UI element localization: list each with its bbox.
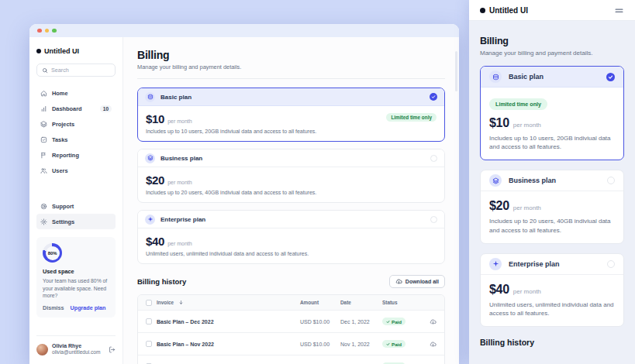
billing-history-title: Billing history (137, 277, 186, 286)
plan-description: Includes up to 20 users, 40GB indiviual … (489, 217, 615, 234)
plan-card-enterprise[interactable]: Enterprise plan $40 per month Unlimited … (137, 210, 445, 264)
profile-email: olivia@untitledui.com (52, 349, 100, 356)
plan-price: $10 (146, 112, 164, 125)
plan-period: per month (167, 241, 192, 246)
usage-description: Your team has used 80% of your available… (43, 277, 109, 300)
table-row: Basic Plan – Dec 2022 USD $10.00 Dec 1, … (138, 310, 444, 332)
row-download-icon[interactable] (419, 318, 437, 325)
sidebar-item-label: Projects (52, 121, 74, 128)
usage-title: Used space (43, 268, 109, 275)
logout-icon[interactable] (109, 346, 116, 353)
layers-icon (145, 153, 155, 163)
plan-card-business[interactable]: Business plan $20 per month Includes up … (480, 170, 624, 243)
radio-unselected-icon[interactable] (607, 260, 615, 268)
sidebar-item-dashboard[interactable]: Dashboard 10 (36, 101, 116, 116)
sidebar-item-settings[interactable]: Settings (36, 214, 116, 229)
radio-unselected-icon[interactable] (430, 216, 437, 223)
column-amount: Amount (300, 300, 340, 305)
selected-check-icon[interactable] (430, 93, 437, 101)
users-icon (40, 167, 47, 174)
table-row: Basic Plan – Nov 2022 USD $10.00 Nov 1, … (138, 332, 444, 355)
sidebar-item-label: Support (52, 203, 74, 210)
plan-price: $20 (146, 173, 164, 187)
selected-check-icon[interactable] (606, 73, 615, 81)
mobile-view: Untitled UI Billing Manage your billing … (469, 0, 635, 364)
usage-percent: 80% (46, 246, 60, 260)
radio-unselected-icon[interactable] (607, 177, 615, 184)
plan-description: Unlimited users, unlimited individual da… (489, 300, 615, 318)
mobile-header: Untitled UI (469, 0, 635, 21)
column-invoice: Invoice (157, 300, 174, 305)
app-logo: Untitled UI (480, 6, 528, 15)
sidebar-item-tasks[interactable]: Tasks (36, 132, 116, 147)
plan-name: Enterprise plan (509, 260, 560, 268)
sidebar-item-label: Reporting (52, 152, 79, 159)
radio-unselected-icon[interactable] (430, 155, 437, 162)
plan-description: Includes up to 10 users, 20GB indiviual … (146, 129, 437, 134)
bar-chart-icon (40, 105, 47, 112)
logo-dot-icon (36, 49, 41, 53)
plan-period: per month (513, 288, 541, 295)
plan-price: $20 (489, 199, 509, 213)
plan-card-enterprise[interactable]: Enterprise plan $40 per month Unlimited … (480, 253, 624, 327)
plan-name: Basic plan (509, 73, 544, 81)
dashboard-count-badge: 10 (100, 105, 112, 112)
plan-period: per month (513, 122, 541, 129)
plan-card-basic[interactable]: Basic plan Limited time only $10 per mon… (137, 88, 445, 142)
plan-name: Business plan (160, 155, 202, 162)
select-all-checkbox[interactable] (146, 300, 152, 306)
page-title: Billing (480, 36, 624, 46)
sparkle-icon (489, 258, 502, 270)
dismiss-link[interactable]: Dismiss (43, 304, 64, 311)
sidebar-item-label: Tasks (52, 136, 67, 143)
close-window-button[interactable] (37, 29, 42, 33)
database-icon (145, 92, 155, 102)
table-row: Basic Plan – Oct 2022 USD $10.00 Oct 1, … (138, 355, 444, 364)
page-subtitle: Manage your billing and payment details. (480, 50, 624, 57)
invoice-name: Basic Plan – Nov 2022 (157, 342, 214, 347)
invoice-name: Basic Plan – Dec 2022 (157, 319, 214, 325)
app-logo-label: Untitled UI (489, 6, 528, 15)
profile-name: Olivia Rhye (52, 342, 100, 349)
row-download-icon[interactable] (419, 341, 437, 348)
sidebar-item-reporting[interactable]: Reporting (36, 147, 116, 163)
gear-icon (40, 218, 47, 225)
sidebar-item-users[interactable]: Users (36, 163, 116, 178)
search-input[interactable] (51, 67, 105, 74)
status-badge: Paid (382, 340, 406, 348)
download-all-label: Download all (406, 279, 439, 284)
billing-history-title: Billing history (480, 338, 624, 347)
life-buoy-icon (40, 203, 47, 210)
upgrade-plan-link[interactable]: Upgrade plan (71, 304, 106, 311)
minimize-window-button[interactable] (45, 29, 50, 33)
app-logo-label: Untitled UI (44, 47, 79, 55)
scrollbar[interactable] (455, 51, 457, 91)
check-icon (386, 342, 390, 346)
plan-description: Unlimited users, unlimited individual da… (146, 251, 437, 256)
column-date: Date (340, 300, 382, 305)
row-checkbox[interactable] (146, 318, 152, 325)
logo-dot-icon (480, 8, 485, 13)
plan-card-basic[interactable]: Basic plan Limited time only $10 per mon… (480, 66, 624, 160)
invoice-amount: USD $10.00 (300, 342, 340, 347)
download-all-button[interactable]: Download all (389, 275, 445, 288)
maximize-window-button[interactable] (52, 29, 57, 33)
window-titlebar (29, 24, 459, 37)
sidebar-item-projects[interactable]: Projects (36, 116, 116, 132)
plan-period: per month (167, 180, 192, 185)
sidebar-item-support[interactable]: Support (36, 198, 116, 214)
database-icon (489, 70, 502, 83)
sidebar-item-label: Home (52, 90, 68, 97)
sort-arrow-down-icon[interactable] (178, 300, 184, 305)
sidebar-item-home[interactable]: Home (36, 85, 116, 101)
row-checkbox[interactable] (146, 341, 152, 347)
search-box[interactable] (36, 64, 116, 77)
divider (137, 78, 445, 79)
billing-history-table: Invoice Amount Date Status Basic Plan – … (137, 294, 445, 364)
plan-card-business[interactable]: Business plan $20 per month Includes up … (137, 149, 445, 203)
sparkle-icon (145, 215, 155, 225)
avatar (36, 344, 48, 355)
hamburger-menu-icon[interactable] (614, 5, 624, 15)
plan-description: Includes up to 10 users, 20GB indiviual … (489, 134, 615, 151)
column-status: Status (382, 300, 419, 305)
